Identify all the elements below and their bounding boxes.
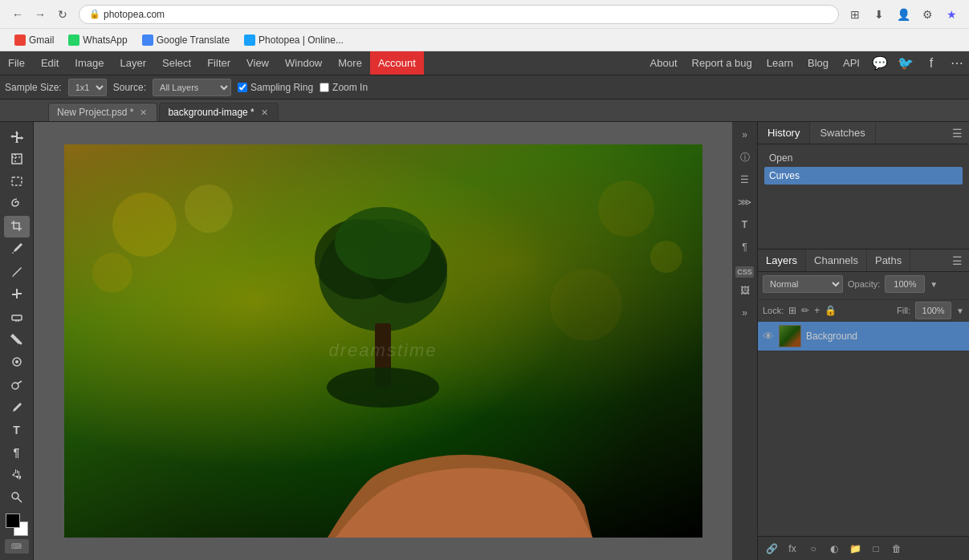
layer-link-btn[interactable]: 🔗 <box>763 540 780 558</box>
brush-tool-btn[interactable] <box>4 261 30 282</box>
canvas-area[interactable]: dreamstime <box>34 122 732 560</box>
sampling-ring-checkbox[interactable] <box>238 83 247 92</box>
panel-icon-image[interactable]: 🖼 <box>734 281 756 300</box>
overflow-icon[interactable]: ⋯ <box>945 51 969 75</box>
tab-background-image-close[interactable]: ✕ <box>259 108 270 118</box>
panel-icon-paragraph[interactable]: ¶ <box>734 237 756 257</box>
canvas-image[interactable]: dreamstime <box>64 144 702 538</box>
menu-about[interactable]: About <box>644 57 684 69</box>
history-panel-menu-btn[interactable]: ☰ <box>946 127 969 140</box>
bookmark-translate[interactable]: Google Translate <box>136 33 236 47</box>
twitter-icon[interactable]: 🐦 <box>894 51 918 75</box>
menu-edit[interactable]: Edit <box>33 51 67 75</box>
paint-bucket-btn[interactable] <box>4 329 30 351</box>
layer-mask-btn[interactable]: ○ <box>804 540 822 558</box>
panel-icon-adjust[interactable]: ☰ <box>734 170 756 189</box>
layers-panel-menu-btn[interactable]: ☰ <box>946 254 969 267</box>
fg-bg-colors[interactable] <box>6 513 28 536</box>
menu-select[interactable]: Select <box>154 51 199 75</box>
lasso-tool-btn[interactable] <box>4 193 30 215</box>
history-item-curves[interactable]: Curves <box>764 167 963 185</box>
layer-delete-btn[interactable]: 🗑 <box>888 540 906 558</box>
zoom-in-checkbox[interactable] <box>320 83 329 92</box>
eyedropper-tool-btn[interactable] <box>4 238 30 260</box>
bookmark-gmail[interactable]: Gmail <box>8 33 60 47</box>
menu-api[interactable]: API <box>837 57 866 69</box>
css-badge[interactable]: CSS <box>735 266 754 278</box>
lock-all-btn[interactable]: 🔒 <box>824 305 837 316</box>
menu-file[interactable]: File <box>0 51 33 75</box>
panel-icon-expand[interactable]: » <box>734 303 756 323</box>
opacity-input[interactable] <box>885 275 925 293</box>
facebook-icon[interactable]: f <box>919 51 943 75</box>
layer-effects-btn[interactable]: fx <box>784 540 801 558</box>
bookmark-photopea[interactable]: Photopea | Online... <box>238 33 350 47</box>
menu-blog[interactable]: Blog <box>801 57 835 69</box>
tab-background-image[interactable]: background-image * ✕ <box>159 103 278 121</box>
crop-tool-btn[interactable] <box>4 216 30 237</box>
fill-input[interactable] <box>915 302 951 319</box>
reddit-icon[interactable]: 💬 <box>868 51 892 75</box>
healing-tool-btn[interactable] <box>4 283 30 305</box>
tab-channels[interactable]: Channels <box>806 250 867 271</box>
panel-icon-info[interactable]: ⓘ <box>734 148 756 167</box>
layer-visibility-icon[interactable]: 👁 <box>763 330 774 343</box>
menu-more[interactable]: More <box>330 51 370 75</box>
source-select[interactable]: All Layers Current Layer <box>153 79 231 96</box>
opacity-arrow[interactable]: ▼ <box>930 280 938 289</box>
layer-adjustment-btn[interactable]: ◐ <box>825 540 843 558</box>
back-button[interactable]: ← <box>8 5 27 24</box>
menu-report-bug[interactable]: Report a bug <box>686 57 759 69</box>
menu-view[interactable]: View <box>238 51 277 75</box>
zoom-tool-btn[interactable] <box>4 487 30 509</box>
hand-tool-btn[interactable] <box>4 465 30 486</box>
layer-item-background[interactable]: 👁 Background <box>758 322 969 351</box>
eraser-tool-btn[interactable] <box>4 306 30 327</box>
extensions-button[interactable]: ⚙ <box>918 5 937 24</box>
menu-filter[interactable]: Filter <box>199 51 238 75</box>
lock-transparent-btn[interactable]: ⊞ <box>788 305 796 316</box>
tab-paths[interactable]: Paths <box>867 250 910 271</box>
menu-layer[interactable]: Layer <box>112 51 155 75</box>
select-tool-btn[interactable] <box>4 148 30 169</box>
menu-learn[interactable]: Learn <box>760 57 800 69</box>
menu-window[interactable]: Window <box>277 51 330 75</box>
blur-tool-btn[interactable] <box>4 351 30 373</box>
fill-arrow[interactable]: ▼ <box>956 306 964 315</box>
profile-button[interactable]: 👤 <box>894 5 913 24</box>
sample-size-select[interactable]: 1x1 3x3 5x5 <box>68 79 107 96</box>
pen-tool-btn[interactable] <box>4 396 30 418</box>
history-item-open[interactable]: Open <box>764 149 963 167</box>
svg-point-5 <box>12 383 18 389</box>
foreground-color-swatch[interactable] <box>6 513 20 528</box>
forward-button[interactable]: → <box>31 5 50 24</box>
download-button[interactable]: ⬇ <box>869 5 889 24</box>
panel-icon-text[interactable]: T <box>734 215 756 234</box>
tab-layers[interactable]: Layers <box>758 250 806 271</box>
layer-new-btn[interactable]: □ <box>867 540 885 558</box>
bookmark-button[interactable]: ★ <box>942 5 961 24</box>
menu-account[interactable]: Account <box>370 51 424 75</box>
refresh-button[interactable]: ↻ <box>53 5 72 24</box>
blend-mode-select[interactable]: Normal Dissolve Multiply Screen Overlay <box>763 275 843 293</box>
dodge-tool-btn[interactable] <box>4 374 30 396</box>
tab-new-project[interactable]: New Project.psd * ✕ <box>48 103 157 121</box>
gmail-label: Gmail <box>29 34 54 46</box>
tab-button[interactable]: ⊞ <box>845 5 865 24</box>
tab-history[interactable]: History <box>758 122 810 144</box>
tab-swatches[interactable]: Swatches <box>810 122 875 144</box>
marquee-tool-btn[interactable] <box>4 170 30 192</box>
layer-folder-btn[interactable]: 📁 <box>846 540 864 558</box>
svg-point-17 <box>185 185 233 233</box>
lock-position-btn[interactable]: + <box>814 305 820 316</box>
text-tool-btn[interactable]: T <box>4 419 30 440</box>
menu-image[interactable]: Image <box>67 51 112 75</box>
address-bar[interactable]: 🔒 photopea.com <box>79 5 839 24</box>
bookmark-whatsapp[interactable]: WhatsApp <box>62 33 133 47</box>
move-tool-btn[interactable] <box>4 125 30 147</box>
tab-new-project-close[interactable]: ✕ <box>138 108 149 118</box>
panel-icon-curves[interactable]: ⋙ <box>734 193 756 212</box>
lock-brush-btn[interactable]: ✏ <box>801 305 809 316</box>
paragraph-tool-btn[interactable]: ¶ <box>4 441 30 463</box>
panel-icon-collapse[interactable]: » <box>734 125 756 144</box>
